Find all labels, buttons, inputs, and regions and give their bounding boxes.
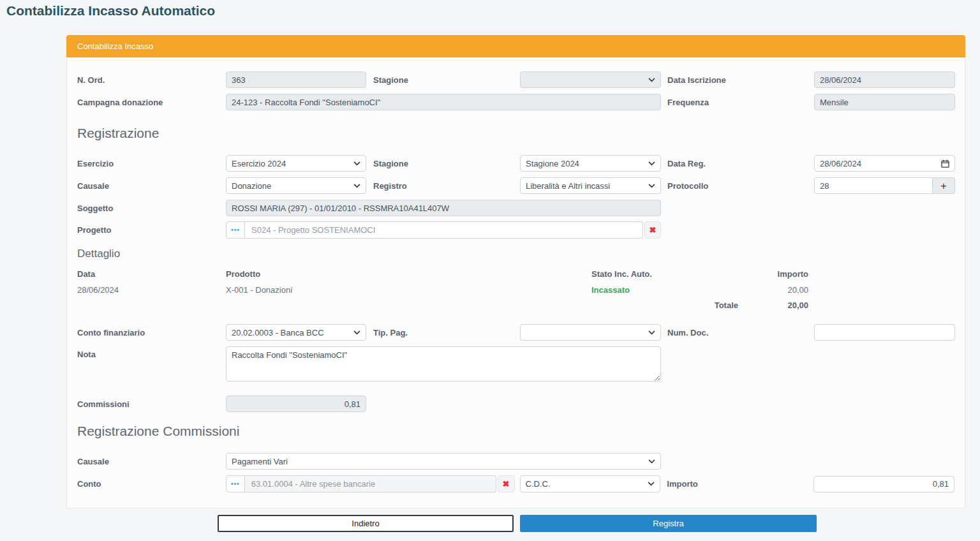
dettaglio-header-row: Data Prodotto Stato Inc. Auto. Importo (77, 269, 954, 279)
stagione-top-select[interactable] (520, 71, 661, 88)
row-conto-commissioni: Conto ••• 63.01.0004 - Altre spese banca… (77, 475, 954, 493)
campagna-field: 24-123 - Raccolta Fondi "SosteniamoCI" (226, 94, 661, 110)
data-reg-label: Data Reg. (661, 159, 814, 168)
status-badge: Incassato (591, 285, 738, 295)
progetto-clear-button[interactable]: ✖ (644, 221, 661, 239)
registro-label: Registro (366, 181, 520, 191)
row-conto-finanziario: Conto finanziario 20.02.0003 - Banca BCC… (77, 324, 954, 341)
col-importo: Importo (738, 269, 808, 279)
causale-commissioni-label: Causale (77, 457, 226, 466)
chevron-down-icon (648, 330, 655, 335)
cdc-value: C.D.C. (526, 479, 551, 489)
col-prodotto: Prodotto (226, 269, 591, 279)
causale-select[interactable]: Donazione (226, 177, 366, 194)
causale-label: Causale (77, 181, 226, 191)
registro-select[interactable]: Liberalità e Altri incassi (520, 177, 661, 194)
data-reg-value: 28/06/2024 (820, 159, 861, 168)
esercizio-label: Esercizio (77, 159, 226, 168)
num-doc-input[interactable] (814, 324, 955, 341)
row-soggetto: Soggetto ROSSI MARIA (297) - 01/01/2010 … (77, 200, 954, 216)
soggetto-field: ROSSI MARIA (297) - 01/01/2010 - RSSMRA1… (226, 200, 661, 216)
registrazione-heading: Registrazione (77, 126, 954, 141)
conto-clear-button[interactable]: ✖ (498, 475, 515, 493)
stagione-reg-label: Stagione (366, 159, 520, 168)
row-campagna: Campagna donazione 24-123 - Raccolta Fon… (77, 94, 954, 110)
frequenza-field: Mensile (814, 94, 955, 110)
panel-header: Contabilizza Incasso (66, 35, 965, 57)
col-stato: Stato Inc. Auto. (591, 269, 738, 279)
row-commissioni: Commissioni 0,81 (77, 396, 954, 412)
progetto-field[interactable]: S024 - Progetto SOSTENIAMOCI (245, 221, 643, 239)
conto-label: Conto (77, 479, 226, 489)
progetto-browse-button[interactable]: ••• (226, 221, 245, 239)
chevron-down-icon (353, 184, 360, 188)
frequenza-label: Frequenza (661, 98, 814, 107)
tip-pag-label: Tip. Pag. (366, 328, 520, 337)
protocollo-group: + (814, 177, 955, 194)
protocollo-input[interactable] (814, 177, 933, 194)
registro-value: Liberalità e Altri incassi (526, 181, 610, 191)
dettaglio-heading: Dettaglio (77, 248, 954, 260)
registrazione-commissioni-heading: Registrazione Commissioni (77, 424, 954, 439)
protocollo-label: Protocollo (661, 181, 814, 191)
back-button[interactable]: Indietro (218, 515, 514, 532)
nord-field: 363 (226, 71, 366, 88)
row-nota: Nota Raccolta Fondi "SosteniamoCI" (77, 346, 954, 384)
chevron-down-icon (648, 184, 655, 188)
totale-label: Totale (591, 300, 738, 310)
data-iscrizione-label: Data Iscrizione (661, 75, 814, 85)
chevron-down-icon (648, 78, 655, 82)
register-button[interactable]: Registra (520, 515, 817, 532)
panel-header-title: Contabilizza Incasso (77, 41, 153, 51)
nota-textarea[interactable]: Raccolta Fondi "SosteniamoCI" (226, 346, 661, 382)
contabilizza-panel: Contabilizza Incasso N. Ord. 363 Stagion… (66, 35, 965, 508)
nota-wrap: Raccolta Fondi "SosteniamoCI" (226, 346, 661, 384)
data-reg-input[interactable]: 28/06/2024 (814, 155, 955, 172)
col-data: Data (77, 269, 226, 279)
importo-commissioni-label: Importo (667, 479, 813, 489)
cell-prodotto: X-001 - Donazioni (226, 285, 591, 295)
stagione-top-label: Stagione (366, 75, 520, 85)
conto-field[interactable]: 63.01.0004 - Altre spese bancarie (245, 475, 496, 493)
progetto-label: Progetto (77, 225, 226, 235)
row-nord: N. Ord. 363 Stagione Data Iscrizione 28/… (77, 71, 954, 88)
commissioni-label: Commissioni (77, 399, 226, 409)
protocollo-add-button[interactable]: + (933, 177, 955, 194)
stagione-reg-value: Stagione 2024 (526, 159, 579, 168)
totale-value: 20,00 (738, 300, 808, 310)
campagna-label: Campagna donazione (77, 98, 226, 107)
cell-importo: 20,00 (738, 285, 808, 295)
dettaglio-row: 28/06/2024 X-001 - Donazioni Incassato 2… (77, 285, 954, 295)
row-esercizio: Esercizio Esercizio 2024 Stagione Stagio… (77, 155, 954, 172)
chevron-down-icon (353, 161, 360, 166)
esercizio-select[interactable]: Esercizio 2024 (226, 155, 366, 172)
conto-browse-button[interactable]: ••• (226, 475, 245, 493)
causale-commissioni-select[interactable]: Pagamenti Vari (226, 453, 661, 470)
nota-label: Nota (77, 346, 226, 359)
soggetto-label: Soggetto (77, 204, 226, 213)
chevron-down-icon (648, 161, 655, 166)
conto-finanziario-select[interactable]: 20.02.0003 - Banca BCC (226, 324, 366, 341)
stagione-reg-select[interactable]: Stagione 2024 (520, 155, 661, 172)
cell-data: 28/06/2024 (77, 285, 226, 295)
chevron-down-icon (648, 482, 655, 486)
importo-commissioni-input[interactable] (813, 476, 954, 493)
row-causale-commissioni: Causale Pagamenti Vari (77, 453, 954, 470)
dettaglio-totale-row: Totale 20,00 (77, 300, 954, 310)
commissioni-field: 0,81 (226, 396, 366, 412)
cdc-select[interactable]: C.D.C. (520, 475, 661, 493)
conto-finanziario-label: Conto finanziario (77, 328, 226, 337)
row-progetto: Progetto ••• S024 - Progetto SOSTENIAMOC… (77, 221, 954, 239)
esercizio-value: Esercizio 2024 (232, 159, 286, 168)
chevron-down-icon (353, 330, 360, 335)
page-title: Contabilizza Incasso Automatico (6, 3, 215, 19)
data-iscrizione-field: 28/06/2024 (814, 71, 955, 88)
tip-pag-select[interactable] (520, 324, 661, 341)
row-causale: Causale Donazione Registro Liberalità e … (77, 177, 954, 194)
num-doc-label: Num. Doc. (661, 328, 814, 337)
chevron-down-icon (648, 459, 655, 464)
causale-commissioni-value: Pagamenti Vari (232, 457, 288, 466)
calendar-icon[interactable] (941, 159, 949, 168)
causale-value: Donazione (232, 181, 271, 191)
conto-finanziario-value: 20.02.0003 - Banca BCC (232, 328, 324, 337)
